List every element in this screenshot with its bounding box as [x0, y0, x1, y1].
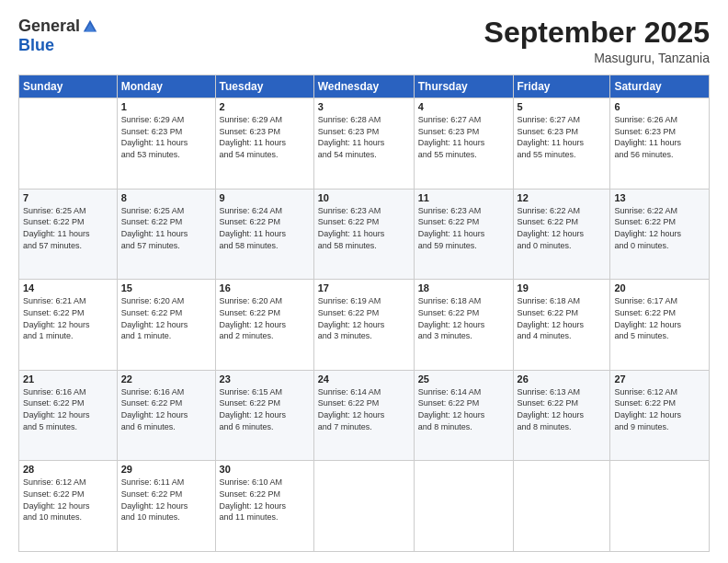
- calendar-cell: [414, 461, 513, 552]
- page-header: General Blue September 2025 Masuguru, Ta…: [18, 17, 710, 65]
- day-info: Sunrise: 6:23 AM Sunset: 6:22 PM Dayligh…: [318, 205, 410, 251]
- calendar-table: SundayMondayTuesdayWednesdayThursdayFrid…: [18, 75, 710, 552]
- day-info: Sunrise: 6:20 AM Sunset: 6:22 PM Dayligh…: [121, 295, 211, 341]
- weekday-header: Monday: [117, 75, 215, 98]
- day-number: 24: [318, 373, 410, 385]
- day-number: 2: [220, 101, 310, 112]
- weekday-header: Thursday: [414, 75, 513, 98]
- day-number: 25: [418, 373, 509, 385]
- day-number: 11: [418, 192, 509, 203]
- day-number: 22: [121, 373, 211, 385]
- calendar-cell: 14Sunrise: 6:21 AM Sunset: 6:22 PM Dayli…: [19, 280, 118, 371]
- day-number: 6: [614, 101, 705, 112]
- title-block: September 2025 Masuguru, Tanzania: [484, 17, 710, 65]
- calendar-cell: 9Sunrise: 6:24 AM Sunset: 6:22 PM Daylig…: [215, 189, 313, 280]
- day-info: Sunrise: 6:19 AM Sunset: 6:22 PM Dayligh…: [318, 295, 410, 341]
- day-number: 7: [23, 192, 113, 203]
- calendar-cell: 1Sunrise: 6:29 AM Sunset: 6:23 PM Daylig…: [117, 98, 215, 190]
- day-info: Sunrise: 6:10 AM Sunset: 6:22 PM Dayligh…: [220, 477, 310, 523]
- calendar-cell: 8Sunrise: 6:25 AM Sunset: 6:22 PM Daylig…: [117, 189, 215, 280]
- calendar-cell: 3Sunrise: 6:28 AM Sunset: 6:23 PM Daylig…: [313, 98, 414, 190]
- calendar-cell: 18Sunrise: 6:18 AM Sunset: 6:22 PM Dayli…: [414, 280, 513, 371]
- calendar-cell: 30Sunrise: 6:10 AM Sunset: 6:22 PM Dayli…: [215, 461, 313, 552]
- calendar-cell: 17Sunrise: 6:19 AM Sunset: 6:22 PM Dayli…: [313, 280, 414, 371]
- weekday-header: Sunday: [19, 75, 118, 98]
- calendar-week-row: 14Sunrise: 6:21 AM Sunset: 6:22 PM Dayli…: [19, 280, 710, 371]
- logo-general-text: General: [18, 17, 80, 36]
- day-number: 1: [121, 101, 211, 112]
- calendar-cell: 4Sunrise: 6:27 AM Sunset: 6:23 PM Daylig…: [414, 98, 513, 190]
- calendar-week-row: 7Sunrise: 6:25 AM Sunset: 6:22 PM Daylig…: [19, 189, 710, 280]
- calendar-week-row: 1Sunrise: 6:29 AM Sunset: 6:23 PM Daylig…: [19, 98, 710, 190]
- day-number: 10: [318, 192, 410, 203]
- logo-icon: [82, 18, 98, 35]
- day-number: 16: [220, 282, 310, 293]
- day-number: 14: [23, 282, 113, 293]
- weekday-header: Saturday: [610, 75, 710, 98]
- calendar-cell: 2Sunrise: 6:29 AM Sunset: 6:23 PM Daylig…: [215, 98, 313, 190]
- day-number: 23: [220, 373, 310, 385]
- calendar-cell: [313, 461, 414, 552]
- day-info: Sunrise: 6:14 AM Sunset: 6:22 PM Dayligh…: [318, 386, 410, 432]
- day-info: Sunrise: 6:18 AM Sunset: 6:22 PM Dayligh…: [518, 295, 607, 341]
- day-info: Sunrise: 6:13 AM Sunset: 6:22 PM Dayligh…: [518, 386, 607, 432]
- day-number: 15: [121, 282, 211, 293]
- day-info: Sunrise: 6:26 AM Sunset: 6:23 PM Dayligh…: [614, 114, 705, 160]
- day-number: 29: [121, 464, 211, 475]
- calendar-cell: 19Sunrise: 6:18 AM Sunset: 6:22 PM Dayli…: [513, 280, 610, 371]
- day-number: 30: [220, 464, 310, 475]
- calendar-cell: 10Sunrise: 6:23 AM Sunset: 6:22 PM Dayli…: [313, 189, 414, 280]
- day-info: Sunrise: 6:11 AM Sunset: 6:22 PM Dayligh…: [121, 477, 211, 523]
- day-number: 12: [518, 192, 607, 203]
- day-number: 5: [518, 101, 607, 112]
- calendar-cell: 11Sunrise: 6:23 AM Sunset: 6:22 PM Dayli…: [414, 189, 513, 280]
- calendar-cell: 6Sunrise: 6:26 AM Sunset: 6:23 PM Daylig…: [610, 98, 710, 190]
- day-info: Sunrise: 6:25 AM Sunset: 6:22 PM Dayligh…: [23, 205, 113, 251]
- logo: General Blue: [18, 17, 98, 55]
- day-number: 28: [23, 464, 113, 475]
- day-number: 19: [518, 282, 607, 293]
- day-number: 20: [614, 282, 705, 293]
- calendar-cell: 13Sunrise: 6:22 AM Sunset: 6:22 PM Dayli…: [610, 189, 710, 280]
- calendar-cell: 27Sunrise: 6:12 AM Sunset: 6:22 PM Dayli…: [610, 370, 710, 461]
- day-number: 26: [518, 373, 607, 385]
- day-info: Sunrise: 6:27 AM Sunset: 6:23 PM Dayligh…: [518, 114, 607, 160]
- day-number: 17: [318, 282, 410, 293]
- day-number: 3: [318, 101, 410, 112]
- day-info: Sunrise: 6:16 AM Sunset: 6:22 PM Dayligh…: [23, 386, 113, 432]
- day-info: Sunrise: 6:17 AM Sunset: 6:22 PM Dayligh…: [614, 295, 705, 341]
- logo-blue-text: Blue: [18, 36, 54, 55]
- day-info: Sunrise: 6:27 AM Sunset: 6:23 PM Dayligh…: [418, 114, 509, 160]
- day-info: Sunrise: 6:22 AM Sunset: 6:22 PM Dayligh…: [518, 205, 607, 251]
- day-info: Sunrise: 6:23 AM Sunset: 6:22 PM Dayligh…: [418, 205, 509, 251]
- day-info: Sunrise: 6:28 AM Sunset: 6:23 PM Dayligh…: [318, 114, 410, 160]
- day-number: 27: [614, 373, 705, 385]
- calendar-cell: 7Sunrise: 6:25 AM Sunset: 6:22 PM Daylig…: [19, 189, 118, 280]
- calendar-cell: 25Sunrise: 6:14 AM Sunset: 6:22 PM Dayli…: [414, 370, 513, 461]
- calendar-cell: 21Sunrise: 6:16 AM Sunset: 6:22 PM Dayli…: [19, 370, 118, 461]
- day-info: Sunrise: 6:14 AM Sunset: 6:22 PM Dayligh…: [418, 386, 509, 432]
- calendar-week-row: 21Sunrise: 6:16 AM Sunset: 6:22 PM Dayli…: [19, 370, 710, 461]
- day-info: Sunrise: 6:18 AM Sunset: 6:22 PM Dayligh…: [418, 295, 509, 341]
- day-number: 21: [23, 373, 113, 385]
- day-number: 4: [418, 101, 509, 112]
- day-info: Sunrise: 6:12 AM Sunset: 6:22 PM Dayligh…: [614, 386, 705, 432]
- day-info: Sunrise: 6:20 AM Sunset: 6:22 PM Dayligh…: [220, 295, 310, 341]
- calendar-cell: 24Sunrise: 6:14 AM Sunset: 6:22 PM Dayli…: [313, 370, 414, 461]
- calendar-cell: 5Sunrise: 6:27 AM Sunset: 6:23 PM Daylig…: [513, 98, 610, 190]
- location-subtitle: Masuguru, Tanzania: [484, 51, 710, 65]
- calendar-cell: 28Sunrise: 6:12 AM Sunset: 6:22 PM Dayli…: [19, 461, 118, 552]
- calendar-header-row: SundayMondayTuesdayWednesdayThursdayFrid…: [19, 75, 710, 98]
- calendar-cell: 12Sunrise: 6:22 AM Sunset: 6:22 PM Dayli…: [513, 189, 610, 280]
- calendar-cell: 23Sunrise: 6:15 AM Sunset: 6:22 PM Dayli…: [215, 370, 313, 461]
- calendar-cell: 26Sunrise: 6:13 AM Sunset: 6:22 PM Dayli…: [513, 370, 610, 461]
- day-number: 13: [614, 192, 705, 203]
- day-number: 9: [220, 192, 310, 203]
- weekday-header: Tuesday: [215, 75, 313, 98]
- calendar-cell: [19, 98, 118, 190]
- calendar-cell: [610, 461, 710, 552]
- day-number: 8: [121, 192, 211, 203]
- day-info: Sunrise: 6:25 AM Sunset: 6:22 PM Dayligh…: [121, 205, 211, 251]
- calendar-cell: 16Sunrise: 6:20 AM Sunset: 6:22 PM Dayli…: [215, 280, 313, 371]
- day-info: Sunrise: 6:15 AM Sunset: 6:22 PM Dayligh…: [220, 386, 310, 432]
